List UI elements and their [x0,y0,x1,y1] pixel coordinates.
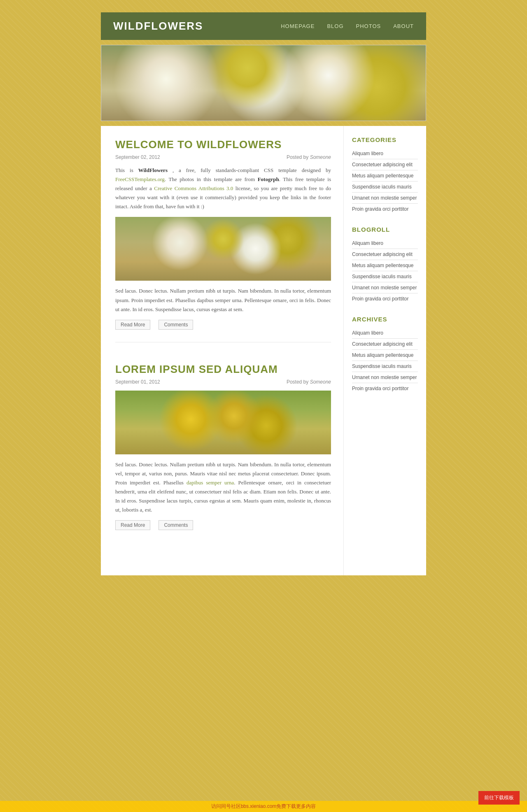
categories-heading: CATEGORIES [352,136,418,143]
archive-item[interactable]: Urnanet non molestie semper [352,372,418,383]
archive-item[interactable]: Metus aliquam pellentesque [352,350,418,361]
category-item[interactable]: Consectetuer adipiscing elit [352,159,418,170]
article-2-date: September 01, 2012 [115,379,160,385]
category-item[interactable]: Metus aliquam pellentesque [352,170,418,181]
blogroll-item[interactable]: Suspendisse iaculis mauris [352,271,418,282]
archive-item[interactable]: Aliquam libero [352,328,418,339]
nav-about[interactable]: ABOUT [393,23,414,29]
article-2-author[interactable]: Someone [310,379,331,385]
article-1-image-bg [115,217,331,281]
article-1-meta: September 02, 2012 Posted by Someone [115,154,331,160]
article-1-read-more[interactable]: Read More [115,320,150,330]
page-wrapper: WILDFLOWERS HOMEPAGE BLOG PHOTOS ABOUT W… [101,0,426,600]
article-2-link[interactable]: dapibus semper urna [187,479,234,486]
article-2-read-more[interactable]: Read More [115,520,150,530]
nav-photos[interactable]: PHOTOS [356,23,381,29]
footer-watermark: 访问同号社区bbs.xieniao.com免费下载更多内容 [0,801,527,812]
site-nav: HOMEPAGE BLOG PHOTOS ABOUT [281,23,414,29]
article-2-comments[interactable]: Comments [159,520,193,530]
article-2-meta: September 01, 2012 Posted by Someone [115,379,331,385]
article-1-body: Sed lacus. Donec lectus. Nullam pretium … [115,286,331,314]
main-container: WELCOME TO WILDFLOWERS September 02, 201… [101,126,426,575]
archive-item[interactable]: Proin gravida orci porttitor [352,383,418,394]
article-2-posted-by: Posted by Someone [287,379,331,385]
archives-heading: ARCHIVES [352,316,418,323]
article-1-footer: Read More Comments [115,320,331,330]
blogroll-heading: BLOGROLL [352,226,418,233]
article-1-image [115,217,331,281]
category-item[interactable]: Aliquam libero [352,148,418,159]
hero-flowers-bg [101,45,426,121]
nav-blog[interactable]: BLOG [327,23,343,29]
article-2-body: Sed lacus. Donec lectus. Nullam pretium … [115,460,331,515]
article-2-title: LOREM IPSUM SED ALIQUAM [115,363,331,376]
article-1-comments[interactable]: Comments [159,320,193,330]
article-1-title: WELCOME TO WILDFLOWERS [115,138,331,151]
sidebar-blogroll: BLOGROLL Aliquam libero Consectetuer adi… [352,226,418,304]
site-title: WILDFLOWERS [113,20,203,33]
article-2-footer: Read More Comments [115,520,331,530]
article-1-intro: This is WildFlowers , a free, fully stan… [115,166,331,211]
blogroll-item[interactable]: Proin gravida orci porttitor [352,293,418,304]
blogroll-item[interactable]: Urnanet non molestie semper [352,282,418,293]
category-item[interactable]: Proin gravida orci porttitor [352,204,418,214]
hero-image [101,45,426,121]
blogroll-item[interactable]: Consectetuer adipiscing elit [352,249,418,260]
category-item[interactable]: Urnanet non molestie semper [352,193,418,204]
categories-list: Aliquam libero Consectetuer adipiscing e… [352,148,418,214]
nav-homepage[interactable]: HOMEPAGE [281,23,315,29]
sidebar: CATEGORIES Aliquam libero Consectetuer a… [344,126,426,575]
blogroll-item[interactable]: Aliquam libero [352,238,418,249]
site-header: WILDFLOWERS HOMEPAGE BLOG PHOTOS ABOUT [101,12,426,40]
archive-item[interactable]: Consectetuer adipiscing elit [352,339,418,350]
archive-item[interactable]: Suspendisse iaculis mauris [352,361,418,372]
article-welcome: WELCOME TO WILDFLOWERS September 02, 201… [115,138,331,342]
article-1-posted-by: Posted by Someone [287,154,331,160]
category-item[interactable]: Suspendisse iaculis mauris [352,181,418,193]
freecss-link[interactable]: FreeCSSTemplates.org [115,176,165,182]
archives-list: Aliquam libero Consectetuer adipiscing e… [352,328,418,394]
article-lorem: LOREM IPSUM SED ALIQUAM September 01, 20… [115,363,331,543]
article-1-date: September 02, 2012 [115,154,160,160]
sidebar-archives: ARCHIVES Aliquam libero Consectetuer adi… [352,316,418,394]
article-2-image [115,391,331,454]
blogroll-list: Aliquam libero Consectetuer adipiscing e… [352,238,418,304]
article-2-image-bg [115,391,331,454]
sidebar-categories: CATEGORIES Aliquam libero Consectetuer a… [352,136,418,214]
cc-license-link[interactable]: Creative Commons Attributions 3.0 [154,185,233,191]
article-1-author[interactable]: Someone [310,154,331,160]
content-area: WELCOME TO WILDFLOWERS September 02, 201… [101,126,344,575]
blogroll-item[interactable]: Metus aliquam pellentesque [352,260,418,271]
download-button[interactable]: 前往下载模板 [478,791,520,805]
